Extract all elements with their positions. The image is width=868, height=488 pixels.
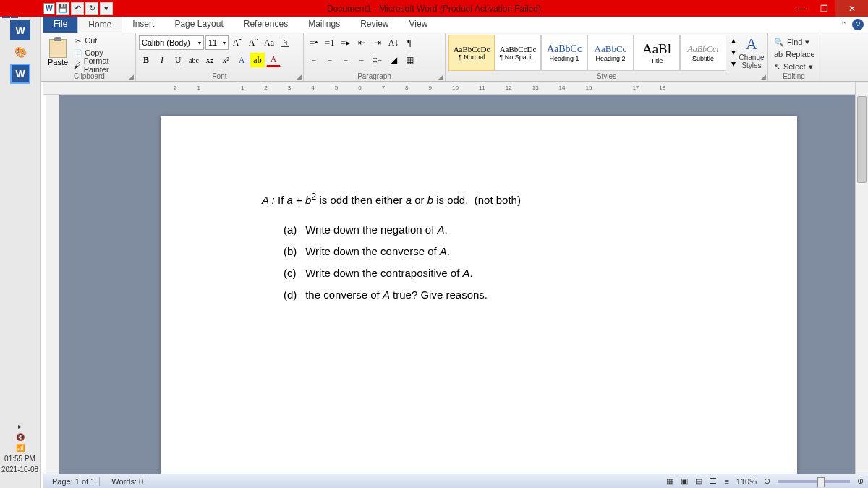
vertical-ruler[interactable] <box>46 95 59 474</box>
style-no-spacing[interactable]: AaBbCcDc¶ No Spaci... <box>495 35 541 71</box>
tab-mailings[interactable]: Mailings <box>298 17 350 33</box>
align-center-button[interactable]: ≡ <box>323 53 337 67</box>
page[interactable]: A : If a + b2 is odd then either a or b … <box>161 116 797 474</box>
style-title[interactable]: AaBlTitle <box>634 35 680 71</box>
doc-list-item[interactable]: (d) the converse of A true? Give reasons… <box>284 285 710 304</box>
vertical-scrollbar[interactable] <box>855 82 868 474</box>
shading-button[interactable]: ◢ <box>386 53 401 67</box>
grow-font-button[interactable]: Aˆ <box>230 35 244 50</box>
titlebar: W 💾 ↶ ↻ ▾ Document1 - Microsoft Word (Pr… <box>0 0 868 17</box>
subscript-button[interactable]: x₂ <box>203 53 217 67</box>
numbering-button[interactable]: ≡1 <box>323 35 337 50</box>
font-name-combo[interactable]: Calibri (Body) ▾ <box>139 35 204 50</box>
highlight-button[interactable]: ab <box>250 53 265 67</box>
document-area: A : If a + b2 is odd then either a or b … <box>59 95 855 474</box>
tab-references[interactable]: References <box>234 17 298 33</box>
taskbar-paint-icon[interactable]: 🎨 <box>10 42 30 62</box>
format-painter-button[interactable]: 🖌Format Painter <box>72 59 132 71</box>
doc-list-item[interactable]: (c) Write down the contrapositive of A. <box>284 263 710 283</box>
style-subtitle[interactable]: AaBbCclSubtitle <box>680 35 726 71</box>
cut-button[interactable]: ✂Cut <box>72 35 132 46</box>
select-button[interactable]: ↖Select ▾ <box>774 61 814 72</box>
qat-save[interactable]: 💾 <box>56 2 69 15</box>
shrink-font-button[interactable]: Aˇ <box>246 35 260 50</box>
font-color-button[interactable]: A <box>266 53 281 67</box>
scroll-thumb[interactable] <box>857 96 867 183</box>
minimize-button[interactable]: — <box>789 0 812 17</box>
tray-sound-icon[interactable]: 🔇 <box>16 433 25 441</box>
zoom-out-button[interactable]: ⊖ <box>764 476 770 486</box>
paragraph-launcher[interactable]: ◢ <box>438 73 443 80</box>
replace-button[interactable]: abReplace <box>774 48 814 60</box>
style-normal[interactable]: AaBbCcDc¶ Normal <box>448 35 495 71</box>
font-size-combo[interactable]: 11 ▾ <box>205 35 229 50</box>
clear-format-button[interactable]: 🄰 <box>278 35 292 50</box>
superscript-button[interactable]: x² <box>218 53 233 67</box>
underline-button[interactable]: U <box>171 53 185 67</box>
italic-button[interactable]: I <box>155 53 169 67</box>
status-page[interactable]: Page: 1 of 1 <box>48 477 100 486</box>
view-full-screen-icon[interactable]: ▣ <box>681 476 688 486</box>
text-effects-button[interactable]: A <box>234 53 249 67</box>
view-outline-icon[interactable]: ☰ <box>710 476 717 486</box>
qat-redo[interactable]: ↻ <box>85 2 98 15</box>
taskbar-word-icon[interactable]: W <box>10 20 30 40</box>
tab-insert[interactable]: Insert <box>122 17 164 33</box>
doc-list-item[interactable]: (a) Write down the negation of A. <box>284 220 710 239</box>
bold-button[interactable]: B <box>139 53 153 67</box>
ribbon: Paste ✂Cut 📄Copy 🖌Format Painter Clipboa… <box>0 33 868 82</box>
tab-home[interactable]: Home <box>77 17 122 33</box>
help-icon[interactable]: ? <box>852 19 864 30</box>
zoom-slider[interactable] <box>778 480 850 483</box>
bullets-button[interactable]: ≡• <box>307 35 321 50</box>
tab-view[interactable]: View <box>399 17 438 33</box>
find-button[interactable]: 🔍Find ▾ <box>774 36 814 48</box>
tab-page-layout[interactable]: Page Layout <box>164 17 233 33</box>
qat-undo[interactable]: ↶ <box>71 2 84 15</box>
tray-time[interactable]: 01:55 PM <box>4 455 35 463</box>
increase-indent-button[interactable]: ⇥ <box>370 35 385 50</box>
change-styles-button[interactable]: A Change Styles <box>739 35 765 69</box>
minimize-ribbon-icon[interactable]: ⌃ <box>838 19 849 30</box>
view-web-icon[interactable]: ▤ <box>695 476 702 486</box>
strike-button[interactable]: abc <box>187 53 201 67</box>
close-button[interactable]: ✕ <box>835 0 868 17</box>
clipboard-group-label: Clipboard <box>74 72 105 80</box>
doc-list-item[interactable]: (b) Write down the converse of A. <box>284 241 710 261</box>
zoom-in-button[interactable]: ⊕ <box>857 476 864 486</box>
tray-expand-icon[interactable]: ▸ <box>18 422 22 430</box>
view-draft-icon[interactable]: ≡ <box>724 477 728 486</box>
horizontal-ruler[interactable]: 211234567891011121314151718 <box>43 82 855 95</box>
align-left-button[interactable]: ≡ <box>307 53 321 67</box>
align-right-button[interactable]: ≡ <box>339 53 353 67</box>
status-words[interactable]: Words: 0 <box>107 477 148 486</box>
file-tab[interactable]: File <box>43 17 77 33</box>
statusbar: Page: 1 of 1 Words: 0 ▦ ▣ ▤ ☰ ≡ 110% ⊖ ⊕ <box>43 474 868 488</box>
tab-review[interactable]: Review <box>350 17 399 33</box>
tray-date[interactable]: 2021-10-08 <box>1 466 38 474</box>
zoom-level[interactable]: 110% <box>736 477 757 486</box>
sort-button[interactable]: A↓ <box>386 35 401 50</box>
clipboard-launcher[interactable]: ◢ <box>129 73 134 80</box>
justify-button[interactable]: ≡ <box>354 53 369 67</box>
font-launcher[interactable]: ◢ <box>297 73 302 80</box>
qat-customize[interactable]: ▾ <box>100 2 113 15</box>
view-print-layout-icon[interactable]: ▦ <box>666 476 673 486</box>
taskbar-word-running-icon[interactable]: W <box>10 64 30 84</box>
style-heading2[interactable]: AaBbCcHeading 2 <box>587 35 634 71</box>
style-gallery[interactable]: AaBbCcDc¶ Normal AaBbCcDc¶ No Spaci... A… <box>448 35 736 71</box>
change-case-button[interactable]: Aa <box>262 35 276 50</box>
decrease-indent-button[interactable]: ⇤ <box>354 35 369 50</box>
show-marks-button[interactable]: ¶ <box>402 35 417 50</box>
line-spacing-button[interactable]: ‡≡ <box>370 53 385 67</box>
style-heading1[interactable]: AaBbCcHeading 1 <box>541 35 587 71</box>
maximize-button[interactable]: ❐ <box>812 0 835 17</box>
tray-network-icon[interactable]: 📶 <box>16 444 25 452</box>
page-content[interactable]: A : If a + b2 is odd then either a or b … <box>247 189 710 304</box>
paragraph-group-label: Paragraph <box>357 72 391 80</box>
styles-launcher[interactable]: ◢ <box>761 73 766 80</box>
paste-button[interactable]: Paste <box>46 35 69 71</box>
borders-button[interactable]: ▦ <box>402 53 417 67</box>
multilevel-button[interactable]: ≡▸ <box>339 35 353 50</box>
font-group-label: Font <box>212 72 226 80</box>
